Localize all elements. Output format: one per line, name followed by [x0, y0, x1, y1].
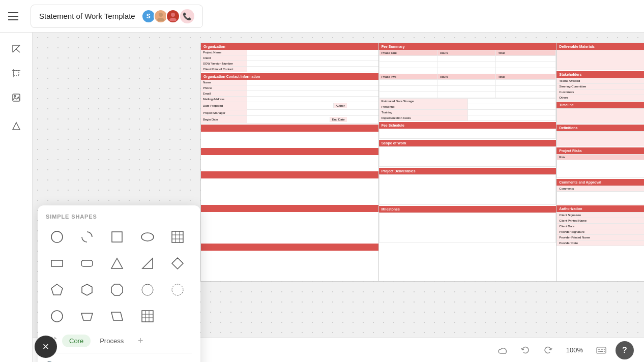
col1-contact-header: Organization Contact Information — [201, 73, 378, 80]
right-triangle-shape[interactable] — [136, 252, 159, 275]
svg-point-16 — [141, 233, 154, 241]
sidebar-crop-icon[interactable] — [6, 63, 26, 83]
topbar: Statement of Work Template S 📞 — [0, 0, 644, 33]
svg-point-14 — [51, 231, 63, 243]
svg-point-30 — [142, 284, 153, 295]
ellipse-shape[interactable] — [136, 226, 159, 248]
svg-point-32 — [51, 311, 63, 322]
redo-button[interactable] — [540, 342, 556, 358]
title-badge: Statement of Work Template S 📞 — [31, 5, 203, 28]
trapezoid-shape[interactable] — [76, 305, 98, 327]
col3-comments-header: Comments and Approval — [557, 179, 644, 186]
svg-marker-13 — [13, 123, 20, 130]
zoom-level: 100% — [562, 346, 587, 354]
tab-core[interactable]: Core — [62, 335, 91, 347]
col3-stakeholders-header: Stakeholders — [557, 71, 644, 78]
sidebar-cursor-icon[interactable] — [6, 39, 26, 59]
keyboard-icon[interactable] — [593, 342, 609, 358]
circle-dashed-shape[interactable] — [166, 279, 189, 301]
tab-process[interactable]: Process — [93, 335, 131, 347]
diamond-shape[interactable] — [166, 252, 189, 275]
svg-marker-25 — [142, 258, 153, 268]
sidebar-image-icon[interactable] — [6, 87, 26, 108]
col3-timeline-header: Timeline — [557, 102, 644, 108]
grid-shape[interactable] — [166, 226, 189, 248]
avatar-a — [166, 9, 180, 23]
circle-shape[interactable] — [46, 226, 68, 248]
svg-marker-24 — [111, 258, 123, 268]
avatar-group: S 📞 — [141, 9, 194, 23]
svg-point-2 — [171, 13, 175, 17]
col2-deliverables-header: Project Deliverables — [379, 168, 557, 174]
svg-marker-26 — [172, 258, 183, 269]
triangle-shape[interactable] — [106, 252, 128, 275]
svg-marker-33 — [81, 313, 93, 320]
tab-add-button[interactable]: + — [134, 334, 147, 347]
svg-rect-15 — [112, 232, 122, 242]
col2-fee-sched-header: Fee Schedule — [379, 122, 557, 129]
svg-rect-8 — [14, 71, 19, 76]
svg-marker-27 — [51, 284, 63, 295]
svg-point-31 — [172, 284, 183, 295]
canvas[interactable]: SIMPLE SHAPES — [33, 33, 644, 362]
col2-milestones-header: Milestones — [379, 206, 557, 213]
col3-risks-header: Project Risks — [557, 147, 644, 154]
table2-shape[interactable] — [136, 305, 159, 327]
svg-rect-22 — [51, 260, 63, 266]
svg-point-3 — [169, 18, 177, 21]
shape-panel-title: SIMPLE SHAPES — [46, 214, 192, 220]
svg-point-1 — [157, 18, 164, 21]
cloud-icon[interactable] — [495, 342, 511, 358]
circle-thin-shape[interactable] — [136, 279, 159, 301]
svg-marker-34 — [111, 312, 123, 320]
shapes-grid — [46, 226, 192, 327]
search-icon: 🔍 — [46, 360, 56, 363]
call-button[interactable]: 📞 — [180, 9, 194, 23]
pentagon-shape[interactable] — [46, 279, 68, 301]
square-shape[interactable] — [106, 226, 128, 248]
col2-scope-header: Scope of Work — [379, 140, 557, 146]
svg-point-0 — [159, 13, 163, 17]
arc-shape[interactable] — [76, 226, 98, 248]
panel-tabs: Core Process + — [46, 334, 192, 353]
more-options-icon[interactable]: ⋯ — [183, 359, 192, 362]
sidebar-shape-icon[interactable] — [6, 116, 26, 136]
parallelogram-shape[interactable] — [106, 305, 128, 327]
shape-panel: SIMPLE SHAPES — [38, 205, 200, 362]
circle4-shape[interactable] — [46, 305, 68, 327]
document-title: Statement of Work Template — [39, 12, 135, 20]
svg-marker-29 — [111, 284, 123, 295]
svg-point-12 — [14, 96, 15, 97]
rect-rounded-shape[interactable] — [46, 252, 68, 275]
svg-marker-28 — [82, 284, 92, 295]
svg-rect-17 — [172, 231, 183, 243]
panel-search: 🔍 Search Shapes ⋯ — [46, 359, 192, 362]
col3-deliverable-header: Deliverable Materials — [557, 43, 644, 50]
svg-rect-46 — [597, 347, 606, 353]
close-button[interactable]: × — [35, 336, 57, 358]
svg-rect-35 — [142, 311, 153, 322]
col1-org-header: Organization — [201, 43, 378, 50]
col2-fee-header: Fee Summary — [379, 43, 557, 50]
svg-rect-23 — [81, 260, 93, 266]
hexagon-shape[interactable] — [76, 279, 98, 301]
octagon-shape[interactable] — [106, 279, 128, 301]
col3-auth-header: Authorization — [557, 205, 644, 212]
help-button[interactable]: ? — [616, 341, 634, 359]
undo-button[interactable] — [517, 342, 534, 358]
menu-button[interactable] — [8, 9, 22, 23]
left-sidebar — [0, 33, 33, 362]
document-canvas[interactable]: Organization Project Name Client SOW Ver… — [200, 43, 644, 282]
svg-line-7 — [16, 49, 20, 52]
col3-definitions-header: Definitions — [557, 125, 644, 131]
rounded-rect-shape[interactable] — [76, 252, 98, 275]
